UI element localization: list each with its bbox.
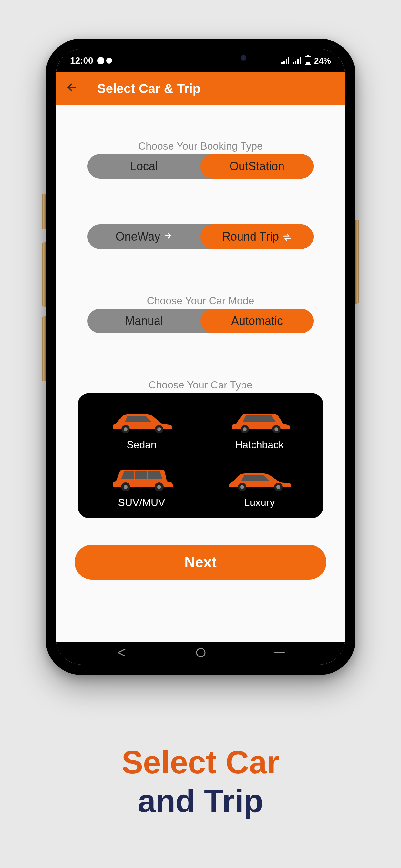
booking-type-toggle: Local OutStation xyxy=(88,154,313,179)
svg-point-10 xyxy=(274,427,278,431)
svg-rect-22 xyxy=(274,652,285,653)
nav-home-icon[interactable] xyxy=(194,646,207,660)
next-button[interactable]: Next xyxy=(74,545,327,580)
battery-percent: 24% xyxy=(314,56,331,66)
marketing-caption: Select Car and Trip xyxy=(121,743,279,820)
car-type-hatchback[interactable]: Hatchback xyxy=(205,406,313,451)
svg-point-16 xyxy=(157,485,161,489)
hatchback-icon xyxy=(227,406,292,433)
page-title: Select Car & Trip xyxy=(97,82,201,96)
chat-icon xyxy=(97,57,104,64)
car-mode-label: Choose Your Car Mode xyxy=(67,295,334,307)
car-mode-toggle: Manual Automatic xyxy=(88,309,313,333)
camera-icon xyxy=(241,55,246,61)
power-button xyxy=(356,220,359,304)
trip-type-toggle: OneWay Round Trip xyxy=(88,224,313,249)
content: Choose Your Booking Type Local OutStatio… xyxy=(56,104,345,642)
volume-button xyxy=(42,242,45,307)
swap-arrows-icon xyxy=(282,231,292,242)
car-type-label: Luxury xyxy=(244,497,275,508)
notch xyxy=(139,49,262,66)
suv-icon xyxy=(110,464,174,491)
svg-point-20 xyxy=(276,485,280,489)
system-nav-bar xyxy=(56,642,345,664)
back-arrow-icon[interactable] xyxy=(66,81,78,96)
arrow-right-icon xyxy=(163,231,173,243)
caption-line-1: Select Car xyxy=(121,743,279,781)
option-label: Local xyxy=(130,159,158,173)
battery-icon xyxy=(305,55,312,67)
option-label: OneWay xyxy=(116,230,160,244)
app-bar: Select Car & Trip xyxy=(56,72,345,104)
svg-rect-11 xyxy=(134,471,135,479)
sedan-icon xyxy=(110,406,174,433)
car-type-panel: Sedan Hatchback xyxy=(78,393,323,518)
luxury-icon xyxy=(227,464,292,491)
signal-icon xyxy=(293,56,302,66)
trip-oneway-option[interactable]: OneWay xyxy=(88,224,201,249)
svg-rect-12 xyxy=(147,471,148,479)
signal-icon xyxy=(281,56,290,66)
svg-rect-2 xyxy=(306,62,310,64)
status-time: 12:00 xyxy=(70,56,93,66)
booking-outstation-option[interactable]: OutStation xyxy=(201,154,313,179)
volume-button xyxy=(42,316,45,381)
caption-line-2: and Trip xyxy=(121,781,279,820)
mode-automatic-option[interactable]: Automatic xyxy=(201,309,313,333)
car-type-label: Choose Your Car Type xyxy=(67,379,334,391)
svg-point-21 xyxy=(197,648,205,657)
button-label: Next xyxy=(184,554,217,571)
nav-back-icon[interactable] xyxy=(114,648,129,659)
car-type-label: Hatchback xyxy=(235,439,284,451)
svg-point-14 xyxy=(124,485,127,489)
mode-manual-option[interactable]: Manual xyxy=(88,309,201,333)
phone-frame: 12:00 24% xyxy=(45,39,356,675)
svg-point-8 xyxy=(243,427,247,431)
car-type-label: Sedan xyxy=(127,439,157,451)
option-label: Round Trip xyxy=(222,230,279,244)
car-type-suv[interactable]: SUV/MUV xyxy=(88,464,196,508)
option-label: OutStation xyxy=(229,159,284,173)
car-type-sedan[interactable]: Sedan xyxy=(88,406,196,451)
nav-recent-icon[interactable] xyxy=(273,648,287,659)
option-label: Automatic xyxy=(231,314,283,328)
booking-type-label: Choose Your Booking Type xyxy=(67,140,334,152)
svg-rect-1 xyxy=(307,55,309,56)
svg-point-18 xyxy=(240,485,244,489)
svg-point-4 xyxy=(124,427,127,431)
booking-local-option[interactable]: Local xyxy=(88,154,201,179)
trip-roundtrip-option[interactable]: Round Trip xyxy=(201,224,313,249)
chat-icon xyxy=(106,58,112,64)
option-label: Manual xyxy=(125,314,163,328)
car-type-luxury[interactable]: Luxury xyxy=(205,464,313,508)
car-type-label: SUV/MUV xyxy=(118,497,165,508)
svg-point-6 xyxy=(157,427,161,431)
volume-button xyxy=(42,194,45,229)
